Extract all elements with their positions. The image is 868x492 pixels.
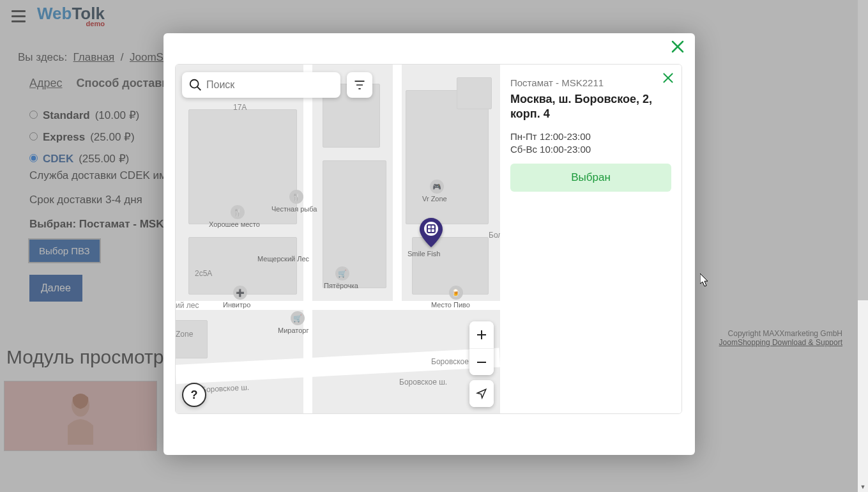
map-street-label: Боровское bbox=[431, 357, 469, 366]
map-zoom-in-button[interactable] bbox=[469, 321, 494, 348]
pvz-info-panel: Постамат - MSK2211 Москва, ш. Боровское,… bbox=[500, 65, 681, 413]
map-poi-icon: 🍴 bbox=[289, 190, 303, 204]
minus-icon bbox=[476, 357, 487, 368]
map-poi-icon: 🛒 bbox=[335, 266, 349, 281]
map-poi-icon: 🛒 bbox=[291, 311, 305, 325]
map-poi-icon: ➕ bbox=[233, 286, 247, 300]
plus-icon bbox=[476, 329, 487, 341]
svg-line-8 bbox=[197, 87, 201, 91]
panel-close-button[interactable] bbox=[662, 72, 674, 86]
scroll-down-icon[interactable]: ▼ bbox=[858, 482, 868, 492]
map-poi-icon: 🍴 bbox=[231, 205, 245, 219]
close-icon bbox=[662, 72, 674, 84]
search-icon bbox=[188, 78, 202, 92]
question-icon: ? bbox=[191, 388, 198, 402]
map-search-wrap[interactable] bbox=[182, 72, 340, 98]
map-poi-icon: 🍺 bbox=[449, 286, 463, 300]
pvz-address: Москва, ш. Боровское, 2, корп. 4 bbox=[510, 92, 671, 122]
close-icon bbox=[671, 40, 685, 54]
filter-icon bbox=[353, 79, 366, 91]
map-pin-icon[interactable] bbox=[420, 218, 443, 250]
pvz-hours-weekend: Сб-Вс 10:00-23:00 bbox=[510, 144, 671, 155]
svg-point-7 bbox=[190, 80, 199, 88]
modal-close-button[interactable] bbox=[671, 40, 685, 56]
pvz-selected-badge: Выбран bbox=[510, 164, 671, 192]
map-street-label: Боровское ш. bbox=[399, 378, 447, 387]
map-bld-label: 17А bbox=[233, 103, 247, 112]
map-search-box bbox=[182, 72, 372, 98]
map-canvas[interactable]: Боровское ш. Боровское ш. Боровское 17А … bbox=[176, 65, 500, 413]
navigation-icon bbox=[476, 388, 487, 399]
map-filter-button[interactable] bbox=[347, 72, 372, 98]
map-geolocate-button[interactable] bbox=[469, 380, 494, 407]
map-zoom-out-button[interactable] bbox=[469, 348, 494, 375]
map-container: Боровское ш. Боровское ш. Боровское 17А … bbox=[175, 64, 682, 414]
map-help-button[interactable]: ? bbox=[182, 383, 206, 407]
scrollbar-thumb[interactable] bbox=[858, 0, 868, 300]
pvz-modal: Боровское ш. Боровское ш. Боровское 17А … bbox=[164, 33, 695, 455]
map-street-label: Боровское ш. bbox=[201, 383, 250, 394]
map-poi-icon: 🎮 bbox=[430, 180, 444, 194]
map-forest-label: ий лес bbox=[176, 301, 199, 310]
map-search-input[interactable] bbox=[206, 79, 334, 91]
map-zone-label: Zone bbox=[176, 330, 193, 339]
pvz-hours-weekday: Пн-Пт 12:00-23:00 bbox=[510, 131, 671, 142]
map-bld-label: 2с5А bbox=[195, 269, 212, 278]
scrollbar[interactable]: ▲ ▼ bbox=[858, 0, 868, 492]
pvz-title: Постамат - MSK2211 bbox=[510, 77, 671, 88]
